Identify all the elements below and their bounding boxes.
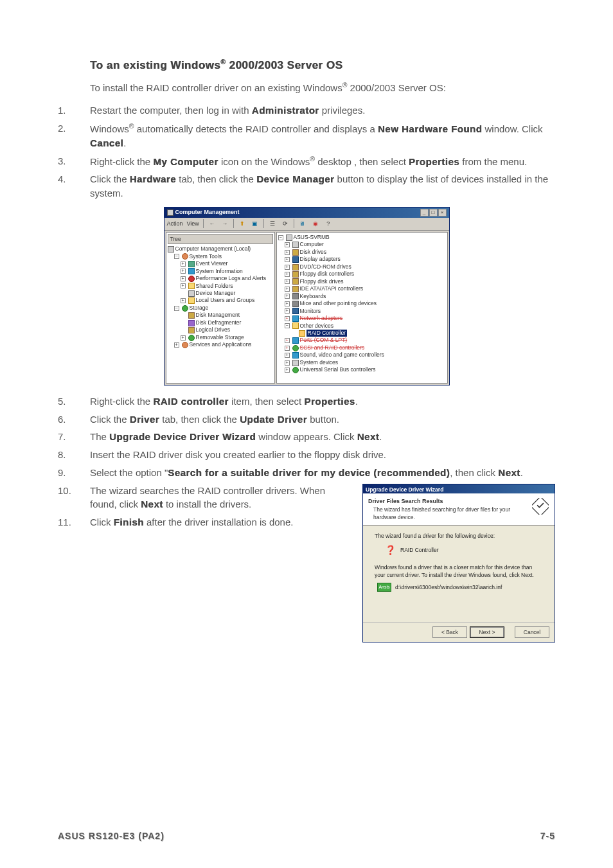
- device-item[interactable]: +Monitors: [278, 308, 446, 315]
- device-item[interactable]: +Universal Serial Bus controllers: [278, 366, 446, 373]
- expand-icon[interactable]: +: [181, 269, 186, 274]
- device-item[interactable]: −Other devices: [278, 323, 446, 330]
- expand-icon[interactable]: +: [181, 261, 186, 267]
- tree-item[interactable]: +Performance Logs and Alerts: [168, 275, 273, 282]
- show-hide-icon[interactable]: ▣: [251, 219, 260, 228]
- driver-path-text: d:\drivers\6300esb\windows\win32\aarich.…: [395, 583, 502, 591]
- expand-icon[interactable]: +: [285, 265, 290, 270]
- device-item[interactable]: +Network adapters: [278, 315, 446, 322]
- step-num: 10.: [58, 484, 90, 512]
- maximize-button[interactable]: □: [429, 209, 438, 217]
- users-icon: [188, 297, 195, 304]
- expand-icon[interactable]: +: [174, 342, 179, 348]
- expand-icon[interactable]: +: [285, 338, 290, 343]
- expand-icon[interactable]: +: [285, 360, 290, 366]
- expand-icon[interactable]: +: [285, 368, 290, 373]
- scan-icon[interactable]: ◉: [311, 219, 320, 228]
- device-item[interactable]: +DVD/CD-ROM drives: [278, 263, 446, 270]
- tree-item[interactable]: Device Manager: [168, 290, 273, 297]
- expand-icon[interactable]: +: [181, 335, 186, 341]
- step-num: 11.: [58, 515, 90, 529]
- menu-action[interactable]: Action: [167, 220, 183, 228]
- hardware-bold: Hardware: [130, 173, 176, 184]
- device-item[interactable]: +Keyboards: [278, 293, 446, 300]
- properties-icon[interactable]: ☰: [268, 219, 277, 228]
- step-text: Click the Hardware tab, then click the D…: [90, 172, 555, 200]
- tree-item[interactable]: −Storage: [168, 305, 273, 312]
- cancel-button[interactable]: Cancel: [515, 626, 549, 638]
- computer-management-screenshot: Computer Management _ □ × Action View ← …: [58, 207, 555, 385]
- expand-icon[interactable]: +: [181, 276, 186, 281]
- network-icon: [292, 315, 299, 322]
- collapse-icon[interactable]: −: [174, 306, 179, 311]
- steps-list-a: 1. Restart the computer, then log in wit…: [58, 103, 555, 200]
- tree-item[interactable]: +Event Viewer: [168, 260, 273, 267]
- step-text: The Upgrade Device Driver Wizard window …: [90, 430, 555, 444]
- device-item[interactable]: +Display adapters: [278, 256, 446, 263]
- device-item[interactable]: +SCSI and RAID controllers: [278, 344, 446, 351]
- refresh-icon[interactable]: ⟳: [281, 219, 290, 228]
- device-item[interactable]: +Disk drives: [278, 249, 446, 256]
- step-num: 1.: [58, 103, 90, 118]
- device-item[interactable]: +IDE ATA/ATAPI controllers: [278, 285, 446, 292]
- pc-icon[interactable]: 🖥: [298, 219, 307, 228]
- cm-toolbar: Action View ← → ⬆ ▣ ☰ ⟳ 🖥 ◉ ?: [164, 218, 449, 231]
- device-item[interactable]: +Floppy disk drives: [278, 278, 446, 285]
- expand-icon[interactable]: +: [285, 287, 290, 292]
- expand-icon[interactable]: +: [181, 283, 186, 288]
- device-item[interactable]: +Sound, video and game controllers: [278, 351, 446, 359]
- up-icon[interactable]: ⬆: [238, 219, 247, 228]
- expand-icon[interactable]: +: [285, 294, 290, 299]
- registered-mark: ®: [129, 122, 134, 130]
- expand-icon[interactable]: +: [181, 298, 186, 303]
- page-footer: ASUS RS120-E3 (PA2) 7-5: [58, 829, 555, 842]
- toolbar-separator: [233, 219, 234, 228]
- collapse-icon[interactable]: −: [278, 235, 283, 240]
- raid-controller-item[interactable]: RAID Controller: [278, 330, 446, 337]
- tree-root[interactable]: Computer Management (Local): [168, 245, 273, 252]
- step-text: Insert the RAID driver disk you created …: [90, 448, 555, 462]
- collapse-icon[interactable]: −: [174, 254, 179, 259]
- expand-icon[interactable]: +: [285, 279, 290, 284]
- device-item[interactable]: +Mice and other pointing devices: [278, 300, 446, 307]
- computer-icon: [286, 235, 292, 241]
- back-icon[interactable]: ←: [208, 219, 217, 228]
- device-item[interactable]: +System devices: [278, 359, 446, 366]
- tree-item[interactable]: Disk Management: [168, 312, 273, 319]
- expand-icon[interactable]: +: [285, 316, 290, 321]
- wizard-window: Upgrade Device Driver Wizard Driver File…: [362, 484, 555, 643]
- expand-icon[interactable]: +: [285, 242, 290, 247]
- tree-item[interactable]: +Shared Folders: [168, 283, 273, 290]
- expand-icon[interactable]: +: [285, 346, 290, 351]
- expand-icon[interactable]: +: [285, 257, 290, 262]
- device-root[interactable]: −ASUS-SVRMB: [278, 234, 446, 241]
- expand-icon[interactable]: +: [285, 301, 290, 306]
- update-driver-bold: Update Driver: [240, 414, 307, 425]
- tree-item[interactable]: +Services and Applications: [168, 341, 273, 348]
- help-icon[interactable]: ?: [324, 219, 333, 228]
- cm-window: Computer Management _ □ × Action View ← …: [164, 207, 450, 385]
- close-button[interactable]: ×: [438, 209, 447, 217]
- tree-item[interactable]: +Local Users and Groups: [168, 297, 273, 304]
- tree-item[interactable]: Disk Defragmenter: [168, 319, 273, 326]
- wizard-driver-path: Ansis d:\drivers\6300esb\windows\win32\a…: [375, 583, 543, 592]
- tree-item[interactable]: Logical Drives: [168, 326, 273, 333]
- minimize-button[interactable]: _: [420, 209, 429, 217]
- cm-body: Tree Computer Management (Local) −System…: [164, 231, 449, 385]
- tree-item[interactable]: −System Tools: [168, 253, 273, 260]
- tree-item[interactable]: +Removable Storage: [168, 334, 273, 341]
- step-num: 6.: [58, 412, 90, 427]
- back-button[interactable]: < Back: [432, 626, 467, 638]
- next-button[interactable]: Next >: [470, 626, 504, 638]
- device-item[interactable]: +Computer: [278, 241, 446, 248]
- tree-item[interactable]: +System Information: [168, 268, 273, 275]
- menu-view[interactable]: View: [187, 220, 199, 228]
- expand-icon[interactable]: +: [285, 308, 290, 314]
- collapse-icon[interactable]: −: [285, 323, 290, 328]
- device-item[interactable]: +Floppy disk controllers: [278, 270, 446, 278]
- expand-icon[interactable]: +: [285, 272, 290, 277]
- device-item[interactable]: +Ports (COM & LPT): [278, 337, 446, 344]
- expand-icon[interactable]: +: [285, 250, 290, 255]
- expand-icon[interactable]: +: [285, 353, 290, 358]
- forward-icon[interactable]: →: [220, 219, 229, 228]
